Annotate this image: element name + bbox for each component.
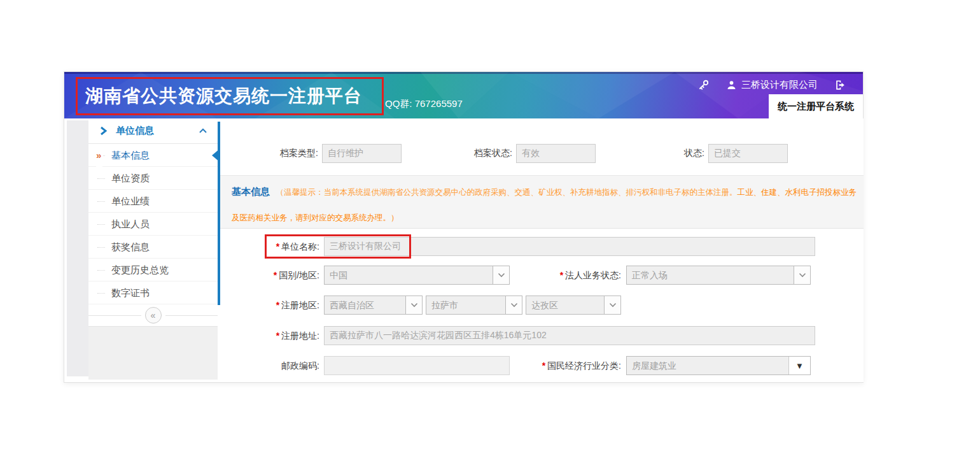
chevron-up-icon[interactable]	[199, 128, 207, 134]
logout-icon[interactable]	[834, 79, 846, 91]
required-mark: *	[274, 270, 277, 280]
district-select[interactable]: 达孜区	[526, 296, 621, 315]
basic-info-section-header: 基本信息 （温馨提示：当前本系统提供湖南省公共资源交易中心的政府采购、交通、矿业…	[220, 176, 864, 229]
sidebar-item-change-history[interactable]: 变更历史总览	[88, 259, 218, 281]
field-label: 档案类型:	[242, 148, 322, 159]
sidebar-group-unit-info[interactable]: 单位信息	[88, 118, 218, 144]
form-row-unit-name: *单位名称:	[220, 237, 864, 256]
unit-name-label: 单位名称:	[281, 241, 319, 252]
sidebar-item-awards[interactable]: 获奖信息	[88, 236, 218, 259]
sidebar-item-unit-performance[interactable]: 单位业绩	[88, 190, 218, 213]
sidebar-item-unit-qualification[interactable]: 单位资质	[88, 167, 218, 190]
sidebar-item-label: 获奖信息	[111, 241, 150, 252]
header-banner: 湖南省公共资源交易统一注册平台 QQ群: 767265597 三桥设计有限公司 …	[64, 72, 863, 118]
sidebar-item-label: 基本信息	[111, 150, 150, 160]
main-content: 档案类型: 档案状态: 状态: 基本信息 （温馨提示：当前本系统提供湖南省公共资…	[220, 118, 864, 382]
country-value: 中国	[325, 266, 493, 284]
form-row-postal-industry: 邮政编码: *国民经济行业分类: 房屋建筑业 ▼	[220, 356, 864, 375]
sidebar-gutter	[67, 120, 88, 376]
chevron-down-icon	[505, 296, 522, 314]
legal-status-select[interactable]: 正常入场	[626, 266, 811, 285]
page-title: 湖南省公共资源交易统一注册平台	[85, 84, 362, 108]
industry-select[interactable]: 房屋建筑业 ▼	[626, 356, 811, 375]
status-field[interactable]	[708, 144, 788, 163]
notice-text-part1: （温馨提示：当前本系统提供湖南省公共资源交易中心的政府采购、交通、矿业权、补充耕…	[276, 188, 737, 197]
logged-in-user[interactable]: 三桥设计有限公司	[726, 79, 818, 91]
chevron-down-icon	[604, 296, 620, 314]
industry-label: 国民经济行业分类:	[547, 360, 621, 371]
address-field[interactable]	[324, 326, 815, 345]
user-icon	[726, 80, 737, 90]
form-row-country-status: *国别/地区: 中国 *法人业务状态: 正常入场	[220, 266, 864, 285]
password-key-icon[interactable]	[697, 79, 710, 91]
system-tab[interactable]: 统一注册平台系统	[769, 94, 863, 118]
sidebar-item-label: 变更历史总览	[111, 264, 169, 275]
sidebar-item-practitioners[interactable]: 执业人员	[88, 213, 218, 236]
sidebar-item-label: 执业人员	[111, 218, 150, 229]
province-select[interactable]: 西藏自治区	[324, 296, 423, 315]
active-item-marker-icon: »	[96, 144, 102, 167]
sidebar-item-label: 数字证书	[111, 287, 150, 298]
legal-status-value: 正常入场	[627, 266, 794, 284]
sidebar-footer-panel	[88, 326, 218, 380]
chevron-down-icon	[493, 266, 509, 284]
annotation-box-title: 湖南省公共资源交易统一注册平台	[76, 77, 384, 115]
required-mark: *	[276, 300, 279, 310]
field-label: 状态:	[629, 148, 708, 159]
city-value: 拉萨市	[426, 296, 505, 314]
required-mark: *	[276, 331, 279, 341]
status-panel: 档案类型: 档案状态: 状态:	[220, 118, 864, 176]
city-select[interactable]: 拉萨市	[426, 296, 522, 315]
collapse-sidebar-button[interactable]: «	[145, 307, 162, 324]
form-row-region: *注册地区: 西藏自治区 拉萨市 达孜区	[220, 296, 864, 315]
country-label: 国别/地区:	[279, 270, 319, 280]
region-label: 注册地区:	[281, 300, 319, 310]
unit-name-field[interactable]	[324, 237, 815, 256]
dropdown-triangle-icon: ▼	[788, 357, 810, 374]
postal-code-label: 邮政编码:	[281, 360, 319, 371]
sidebar-item-label: 单位资质	[111, 173, 150, 183]
sidebar-group-label: 单位信息	[116, 125, 154, 137]
address-label: 注册地址:	[281, 331, 319, 341]
field-label: 档案状态:	[437, 148, 516, 159]
industry-value: 房屋建筑业	[627, 357, 788, 374]
arrow-right-icon	[100, 126, 107, 136]
section-title: 基本信息	[232, 186, 270, 197]
archive-status-field[interactable]	[516, 144, 596, 163]
required-mark: *	[560, 270, 563, 280]
country-select[interactable]: 中国	[324, 266, 510, 285]
sidebar-collapse-row: «	[88, 306, 218, 324]
company-name-label: 三桥设计有限公司	[741, 79, 818, 91]
chevron-down-icon	[405, 296, 422, 314]
sidebar-item-basic-info[interactable]: » 基本信息	[88, 144, 218, 167]
chevron-down-icon	[794, 266, 810, 284]
qq-group-label: QQ群: 767265597	[385, 98, 463, 110]
archive-type-field[interactable]	[322, 144, 402, 163]
legal-status-label: 法人业务状态:	[565, 270, 621, 280]
form-row-address: *注册地址:	[220, 326, 864, 345]
required-mark: *	[276, 241, 279, 252]
basic-info-form: *单位名称: *国别/地区: 中国 *法人业务状态: 正常入场	[220, 229, 864, 382]
sidebar-menu: 单位信息 » 基本信息 单位资质 单位业绩 执业人员	[88, 118, 218, 380]
required-mark: *	[542, 360, 545, 371]
sidebar-item-label: 单位业绩	[111, 196, 150, 206]
app-window: 湖南省公共资源交易统一注册平台 QQ群: 767265597 三桥设计有限公司 …	[64, 71, 864, 383]
district-value: 达孜区	[526, 296, 604, 314]
postal-code-field[interactable]	[324, 356, 510, 375]
sidebar-item-digital-certificate[interactable]: 数字证书	[88, 281, 218, 304]
province-value: 西藏自治区	[325, 296, 405, 314]
sidebar: 单位信息 » 基本信息 单位资质 单位业绩 执业人员	[64, 118, 220, 382]
